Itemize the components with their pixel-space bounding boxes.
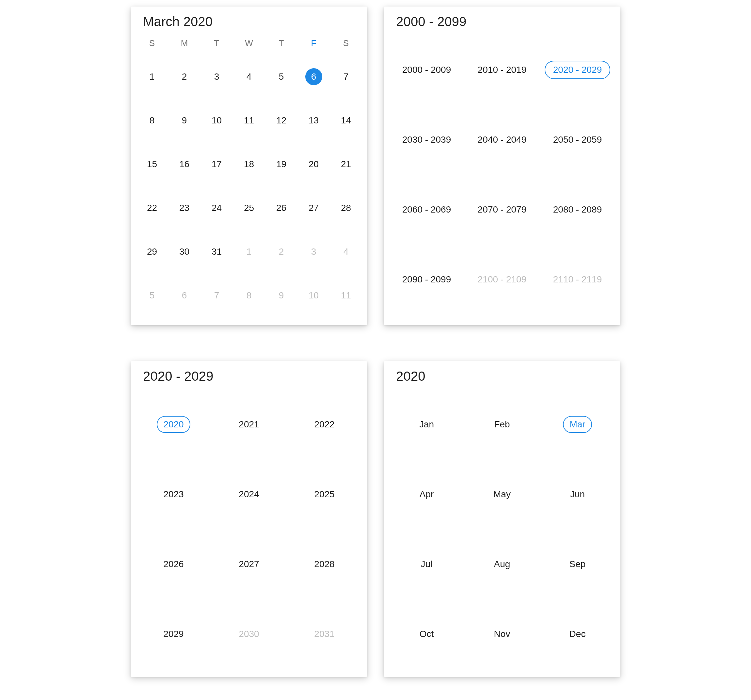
year-cell-label: 2029 bbox=[163, 629, 184, 639]
month-cell[interactable]: OctOct bbox=[389, 599, 464, 669]
day-cell[interactable]: 24 bbox=[201, 186, 233, 230]
day-cell[interactable]: 4 bbox=[330, 230, 362, 274]
year-cell[interactable]: 20312031 bbox=[287, 599, 362, 669]
day-cell[interactable]: 7 bbox=[201, 274, 233, 317]
year-cell-label: 2023 bbox=[163, 489, 184, 499]
decade-range-cell[interactable]: 2110 - 21192110 - 2119 bbox=[540, 244, 615, 314]
day-cell[interactable]: 10 bbox=[201, 99, 233, 142]
dow-header: S bbox=[136, 35, 168, 52]
decade-range-cell[interactable]: 2090 - 20992090 - 2099 bbox=[389, 244, 464, 314]
day-cell[interactable]: 25 bbox=[233, 186, 265, 230]
day-cell[interactable]: 20 bbox=[297, 142, 330, 186]
century-picker-title[interactable]: 2000 - 2099 bbox=[396, 14, 615, 29]
month-cell[interactable]: JulJul bbox=[389, 529, 464, 599]
day-cell[interactable]: 26 bbox=[265, 186, 297, 230]
year-cell[interactable]: 20212021 bbox=[211, 389, 287, 459]
day-cell[interactable]: 3 bbox=[297, 230, 330, 274]
decade-range-cell[interactable]: 2070 - 20792070 - 2079 bbox=[464, 175, 540, 244]
month-picker-title[interactable]: 2020 bbox=[396, 369, 615, 384]
day-cell[interactable]: 12 bbox=[265, 99, 297, 142]
day-cell[interactable]: 4 bbox=[233, 55, 265, 99]
day-cell[interactable]: 15 bbox=[136, 142, 168, 186]
day-cell[interactable]: 30 bbox=[168, 230, 201, 274]
day-cell[interactable]: 5 bbox=[265, 55, 297, 99]
decade-range-cell[interactable]: 2010 - 20192010 - 2019 bbox=[464, 35, 540, 105]
day-number: 20 bbox=[309, 159, 319, 170]
decade-range-cell[interactable]: 2080 - 20892080 - 2089 bbox=[540, 175, 615, 244]
dow-row: SMTWTFS bbox=[136, 35, 362, 52]
year-cell[interactable]: 20202020 bbox=[136, 389, 211, 459]
day-cell[interactable]: 9 bbox=[265, 274, 297, 317]
day-number: 2 bbox=[279, 247, 284, 257]
day-cell[interactable]: 2 bbox=[265, 230, 297, 274]
year-cell-label: 2020 bbox=[163, 419, 184, 430]
day-cell[interactable]: 27 bbox=[297, 186, 330, 230]
month-cell[interactable]: AprApr bbox=[389, 459, 464, 529]
year-cell[interactable]: 20272027 bbox=[211, 529, 287, 599]
decade-range-cell[interactable]: 2060 - 20692060 - 2069 bbox=[389, 175, 464, 244]
day-cell[interactable]: 10 bbox=[297, 274, 330, 317]
month-cell[interactable]: NovNov bbox=[464, 599, 540, 669]
month-cell[interactable]: MarMar bbox=[540, 389, 615, 459]
day-cell[interactable]: 29 bbox=[136, 230, 168, 274]
day-cell[interactable]: 2 bbox=[168, 55, 201, 99]
day-cell[interactable]: 22 bbox=[136, 186, 168, 230]
day-cell[interactable]: 17 bbox=[201, 142, 233, 186]
year-cell[interactable]: 20232023 bbox=[136, 459, 211, 529]
day-cell[interactable]: 21 bbox=[330, 142, 362, 186]
day-cell[interactable]: 28 bbox=[330, 186, 362, 230]
dow-header: M bbox=[168, 35, 201, 52]
month-cell[interactable]: JanJan bbox=[389, 389, 464, 459]
day-cell[interactable]: 6 bbox=[168, 274, 201, 317]
month-cell[interactable]: DecDec bbox=[540, 599, 615, 669]
decade-picker-title[interactable]: 2020 - 2029 bbox=[143, 369, 362, 384]
day-cell[interactable]: 8 bbox=[233, 274, 265, 317]
decade-range-cell[interactable]: 2100 - 21092100 - 2109 bbox=[464, 244, 540, 314]
day-cell[interactable]: 11 bbox=[233, 99, 265, 142]
month-cell[interactable]: AugAug bbox=[464, 529, 540, 599]
day-picker-title[interactable]: March 2020 bbox=[143, 14, 362, 29]
day-cell[interactable]: 5 bbox=[136, 274, 168, 317]
decade-range-cell-label: 2110 - 2119 bbox=[553, 274, 602, 285]
decade-range-cell[interactable]: 2000 - 20092000 - 2009 bbox=[389, 35, 464, 105]
month-cell[interactable]: SepSep bbox=[540, 529, 615, 599]
day-cell[interactable]: 18 bbox=[233, 142, 265, 186]
year-cell[interactable]: 20252025 bbox=[287, 459, 362, 529]
year-cell[interactable]: 20262026 bbox=[136, 529, 211, 599]
year-cell[interactable]: 20242024 bbox=[211, 459, 287, 529]
day-number: 14 bbox=[341, 115, 351, 126]
day-number: 19 bbox=[276, 159, 286, 170]
decade-range-cell[interactable]: 2050 - 20592050 - 2059 bbox=[540, 105, 615, 175]
day-number: 9 bbox=[182, 115, 187, 126]
day-picker-card: March 2020 SMTWTFS 123456789101112131415… bbox=[131, 6, 367, 325]
day-cell[interactable]: 8 bbox=[136, 99, 168, 142]
day-cell[interactable]: 1 bbox=[233, 230, 265, 274]
year-cell[interactable]: 20282028 bbox=[287, 529, 362, 599]
day-cell[interactable]: 6 bbox=[297, 55, 330, 99]
day-number: 29 bbox=[147, 247, 157, 257]
day-cell[interactable]: 23 bbox=[168, 186, 201, 230]
month-cell[interactable]: JunJun bbox=[540, 459, 615, 529]
day-cell[interactable]: 7 bbox=[330, 55, 362, 99]
day-cell[interactable]: 16 bbox=[168, 142, 201, 186]
day-cell[interactable]: 13 bbox=[297, 99, 330, 142]
day-number: 18 bbox=[244, 159, 254, 170]
day-cell[interactable]: 31 bbox=[201, 230, 233, 274]
day-cell[interactable]: 3 bbox=[201, 55, 233, 99]
day-cell[interactable]: 19 bbox=[265, 142, 297, 186]
day-number: 8 bbox=[247, 290, 252, 301]
day-cell[interactable]: 9 bbox=[168, 99, 201, 142]
year-cell[interactable]: 20292029 bbox=[136, 599, 211, 669]
day-number: 27 bbox=[309, 203, 319, 213]
month-cell[interactable]: MayMay bbox=[464, 459, 540, 529]
day-cell[interactable]: 14 bbox=[330, 99, 362, 142]
day-cell[interactable]: 1 bbox=[136, 55, 168, 99]
year-cell-label: 2031 bbox=[314, 629, 334, 639]
decade-range-cell[interactable]: 2040 - 20492040 - 2049 bbox=[464, 105, 540, 175]
month-cell[interactable]: FebFeb bbox=[464, 389, 540, 459]
year-cell[interactable]: 20222022 bbox=[287, 389, 362, 459]
day-cell[interactable]: 11 bbox=[330, 274, 362, 317]
decade-range-cell[interactable]: 2030 - 20392030 - 2039 bbox=[389, 105, 464, 175]
decade-range-cell[interactable]: 2020 - 20292020 - 2029 bbox=[540, 35, 615, 105]
year-cell[interactable]: 20302030 bbox=[211, 599, 287, 669]
